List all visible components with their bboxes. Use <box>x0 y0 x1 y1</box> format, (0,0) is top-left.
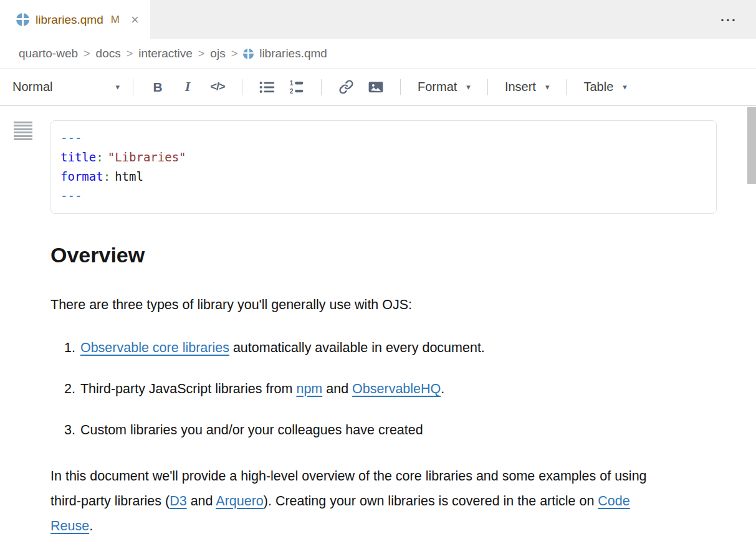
modified-badge: M <box>111 14 120 26</box>
more-actions-icon[interactable]: ··· <box>720 12 737 27</box>
yaml-line: --- <box>60 128 707 148</box>
outro-text: ). Creating your own libraries is covere… <box>264 494 598 509</box>
breadcrumb-item-interactive[interactable]: interactive <box>138 47 193 60</box>
outro-text: . <box>89 518 93 533</box>
close-icon[interactable]: × <box>131 13 139 27</box>
paragraph-style-select[interactable]: Normal ▾ <box>9 80 123 94</box>
table-menu-button[interactable]: Table ▾ <box>576 80 634 94</box>
app-window: libraries.qmd M × ··· quarto-web > docs … <box>0 0 756 554</box>
numbered-list-button[interactable]: 12 <box>282 75 312 100</box>
link-observablehq[interactable]: ObservableHQ <box>352 381 441 396</box>
toolbar-divider <box>566 79 567 95</box>
quarto-file-icon <box>243 49 254 59</box>
chevron-down-icon: ▾ <box>466 82 471 92</box>
list-item-text-lead: Third-party JavaScript libraries from <box>80 381 296 396</box>
chevron-right-icon: > <box>127 47 133 60</box>
list-item-text-rest: automatically available in every documen… <box>229 340 485 355</box>
svg-text:1: 1 <box>290 80 294 87</box>
insert-menu-label: Insert <box>505 80 536 94</box>
chevron-down-icon: ▾ <box>623 82 627 92</box>
yaml-line: format:html <box>60 167 707 186</box>
list-item-text-mid: and <box>322 381 352 396</box>
list-item: 2. Third-party JavaScript libraries from… <box>50 380 717 398</box>
yaml-delimiter: --- <box>60 131 82 145</box>
list-item: 1. Observable core libraries automatical… <box>50 339 717 356</box>
visual-editor-pane[interactable]: --- title:"Libraries" format:html --- Ov… <box>0 106 756 553</box>
intro-paragraph: There are three types of library you'll … <box>50 295 717 314</box>
outro-paragraph: In this document we'll provide a high-le… <box>50 464 667 538</box>
bulleted-list-icon <box>259 79 275 95</box>
chevron-right-icon: > <box>198 47 205 60</box>
format-menu-button[interactable]: Format ▾ <box>410 80 478 94</box>
tab-libraries-qmd[interactable]: libraries.qmd M × <box>0 0 150 39</box>
yaml-value-title: "Libraries" <box>108 150 186 164</box>
list-item: 3. Custom libraries you and/or your coll… <box>50 421 717 439</box>
chevron-down-icon: ▾ <box>545 82 550 92</box>
chevron-down-icon: ▾ <box>115 82 120 92</box>
link-arquero[interactable]: Arquero <box>216 494 264 509</box>
code-button[interactable]: </> <box>203 75 232 100</box>
breadcrumb-item-quarto-web[interactable]: quarto-web <box>19 47 78 60</box>
vertical-scrollbar-thumb[interactable] <box>747 107 756 184</box>
format-menu-label: Format <box>418 80 457 94</box>
toolbar-divider <box>242 79 242 95</box>
yaml-colon: : <box>96 150 103 164</box>
yaml-delimiter: --- <box>60 189 82 203</box>
bold-button[interactable]: B <box>143 75 173 100</box>
list-item-text-rest: . <box>441 381 444 396</box>
toolbar-divider <box>487 79 488 95</box>
yaml-key-title: title <box>60 150 96 164</box>
toolbar-divider <box>321 79 322 95</box>
insert-menu-button[interactable]: Insert ▾ <box>497 80 557 94</box>
block-drag-handle-icon[interactable] <box>14 122 32 141</box>
heading-overview: Overview <box>50 242 717 268</box>
tab-bar: libraries.qmd M × ··· <box>0 0 756 39</box>
tab-bar-spacer <box>150 0 720 39</box>
list-item-number: 2. <box>50 380 80 398</box>
chevron-right-icon: > <box>231 47 238 60</box>
yaml-value-format: html <box>115 170 143 183</box>
list-item-text: Third-party JavaScript libraries from np… <box>80 380 444 398</box>
yaml-line: title:"Libraries" <box>60 148 707 167</box>
chevron-right-icon: > <box>84 47 90 60</box>
insert-image-button[interactable] <box>361 75 391 100</box>
image-icon <box>368 79 384 95</box>
table-menu-label: Table <box>583 80 613 94</box>
insert-link-button[interactable] <box>331 75 361 100</box>
breadcrumb-item-ojs[interactable]: ojs <box>210 47 225 60</box>
tab-filename: libraries.qmd <box>36 13 103 27</box>
link-observable-core-libraries[interactable]: Observable core libraries <box>80 340 229 355</box>
document-content[interactable]: --- title:"Libraries" format:html --- Ov… <box>0 106 756 538</box>
list-item-text: Custom libraries you and/or your colleag… <box>80 421 423 439</box>
toolbar-divider <box>400 79 401 95</box>
paragraph-style-value: Normal <box>12 80 52 94</box>
outro-text: and <box>187 494 216 509</box>
italic-button[interactable]: I <box>173 75 203 100</box>
yaml-key-format: format <box>60 170 103 183</box>
breadcrumb: quarto-web > docs > interactive > ojs > … <box>0 39 756 69</box>
formatting-toolbar: Normal ▾ B I </> 12 <box>0 69 756 106</box>
quarto-file-icon <box>16 13 29 26</box>
list-item-number: 3. <box>50 421 80 439</box>
link-icon <box>338 79 354 95</box>
numbered-list: 1. Observable core libraries automatical… <box>50 339 717 439</box>
link-npm[interactable]: npm <box>296 381 322 396</box>
list-item-text: Observable core libraries automatically … <box>80 339 485 356</box>
breadcrumb-item-file[interactable]: libraries.qmd <box>259 47 327 60</box>
breadcrumb-item-docs[interactable]: docs <box>96 47 121 60</box>
yaml-line: --- <box>60 186 707 206</box>
link-d3[interactable]: D3 <box>170 494 186 509</box>
yaml-colon: : <box>103 170 110 183</box>
numbered-list-icon: 12 <box>289 79 305 95</box>
svg-text:2: 2 <box>290 87 294 94</box>
yaml-front-matter-block[interactable]: --- title:"Libraries" format:html --- <box>50 120 717 214</box>
bulleted-list-button[interactable] <box>252 75 282 100</box>
list-item-number: 1. <box>50 339 80 356</box>
toolbar-divider <box>133 79 133 95</box>
